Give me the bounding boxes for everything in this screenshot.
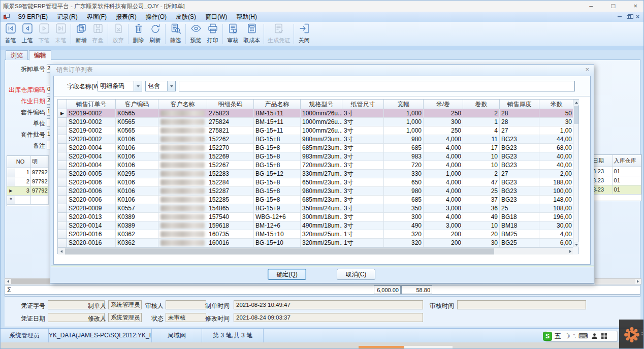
mdi-minimize-icon[interactable] xyxy=(618,16,622,17)
grid-hscrollbar[interactable] xyxy=(58,247,574,255)
column-header-2[interactable]: 客户编码 xyxy=(116,100,158,109)
detail-grid-right-fragment[interactable]: 日期入库仓库8-23018-23018-2301 xyxy=(591,154,642,201)
keyboard-icon[interactable]: ⌨ xyxy=(578,331,588,341)
menu-item-skins[interactable]: 皮肤(S) xyxy=(171,12,201,22)
table-row[interactable]: ▶S2019-0002K0565275823BM-15+111000mm/26u… xyxy=(58,109,578,118)
column-header-0[interactable] xyxy=(58,100,67,109)
menu-item-records[interactable]: 记录(R) xyxy=(52,12,82,22)
close-button[interactable]: × xyxy=(633,1,637,12)
scroll-thumb[interactable] xyxy=(65,248,494,255)
mdi-restore-icon[interactable] xyxy=(627,15,631,19)
ime-mode-wubi[interactable]: 五 xyxy=(555,331,561,341)
chevron-down-icon[interactable] xyxy=(134,81,142,91)
table-row[interactable]: 297792 xyxy=(7,177,49,186)
column-header-8[interactable]: 宽幅 xyxy=(384,100,424,109)
table-row[interactable]: S2020-0016K0362160735BM-15+10320mm/25um.… xyxy=(58,230,578,239)
column-header-7[interactable]: 纸管尺寸 xyxy=(342,100,384,109)
table-row[interactable]: 8-2301 xyxy=(592,176,641,185)
add-icon xyxy=(76,23,87,36)
main-hscrollbar-left[interactable] xyxy=(5,278,50,284)
scroll-right-icon[interactable] xyxy=(635,279,641,284)
column-header-9[interactable]: 米/卷 xyxy=(424,100,463,109)
toolbar-button-prev-record[interactable]: 上笔 xyxy=(19,22,36,45)
menu-item-help[interactable]: 帮助(H) xyxy=(232,12,262,22)
filter-search-input[interactable] xyxy=(179,81,575,91)
table-row[interactable]: S2020-0006K0106152284BG-15+8650mm/23um..… xyxy=(58,178,578,187)
toolbar-button-preview[interactable]: 预览 xyxy=(187,22,204,45)
footer-field-value-2 xyxy=(166,300,206,309)
table-row[interactable]: S2020-0005K0295152283BG-15+12330mm/27um.… xyxy=(58,170,578,178)
table-row[interactable]: S2020-0002K0106152262BG-15+8980mm/23um..… xyxy=(58,135,578,144)
column-header-11[interactable]: 销售厚度 xyxy=(500,100,539,109)
scroll-thumb[interactable] xyxy=(574,106,578,124)
column-header-6[interactable]: 规格型号 xyxy=(301,100,342,109)
table-row[interactable]: S2020-0004K0106152269BG-15+8983mm/23um..… xyxy=(58,152,578,161)
filter-operator-select[interactable]: 包含 xyxy=(145,81,176,91)
maximize-button[interactable]: □ xyxy=(611,1,616,12)
punctuation-icon[interactable]: °, xyxy=(573,331,575,341)
chevron-down-icon[interactable] xyxy=(167,81,175,91)
toolbar-button-audit[interactable]: 审核 xyxy=(224,22,241,45)
dialog-close-icon[interactable]: × xyxy=(585,66,589,74)
table-row[interactable]: ▶397792 xyxy=(7,186,49,196)
table-row[interactable]: 8-2301 xyxy=(592,185,641,195)
moon-icon[interactable]: ☽ xyxy=(564,331,570,341)
recorder-overlay-logo[interactable]: •• xyxy=(619,320,644,349)
toolbar-button-filter[interactable]: 筛选 xyxy=(167,22,184,45)
menu-item-window[interactable]: 窗口(W) xyxy=(201,12,232,22)
person-icon[interactable] xyxy=(591,331,598,341)
column-header-1[interactable]: 销售订单号 xyxy=(67,100,116,109)
table-row[interactable]: 197792 xyxy=(7,168,49,177)
table-row[interactable]: S2020-0016K0362160016BG-15+10320mm/25um.… xyxy=(58,239,578,247)
sum-total-weight: 58.80 xyxy=(401,285,432,294)
toolbar-button-print[interactable]: 打印 xyxy=(204,22,221,45)
toolbar-button-make-voucher: 生成凭证 xyxy=(266,22,292,45)
tab-browse[interactable]: 浏览 xyxy=(6,50,28,60)
table-row[interactable]: S2019-0002K0565275824BM-15+111000mm/26u.… xyxy=(58,118,578,126)
table-row[interactable]: S2020-0009K0557154865BG-15+9350mm/24um..… xyxy=(58,204,578,213)
scroll-left-icon[interactable] xyxy=(58,248,65,255)
toolbar-button-delete[interactable]: 删除 xyxy=(130,22,147,45)
table-row[interactable]: S2020-0013K0389157540WBG-12+6300mm/18um.… xyxy=(58,213,578,221)
scroll-thumb[interactable] xyxy=(11,279,49,284)
scroll-up-icon[interactable] xyxy=(573,100,579,105)
menu-item-reports[interactable]: 报表(R) xyxy=(111,12,141,22)
table-row[interactable]: S2020-0006K0106152287BG-15+8980mm/23um..… xyxy=(58,187,578,196)
table-row[interactable]: S2020-0004K0106152267BG-15+8720mm/23um..… xyxy=(58,161,578,170)
menu-item-app[interactable]: S9 ERP(E) xyxy=(13,12,52,22)
column-header-12[interactable]: 米数 xyxy=(539,100,574,109)
scroll-down-icon[interactable] xyxy=(573,242,579,247)
tab-edit[interactable]: 编辑 xyxy=(29,50,51,60)
toolbar-button-label: 取成本 xyxy=(243,37,260,44)
minimize-button[interactable]: – xyxy=(589,1,593,12)
table-row[interactable]: S2019-0002K0565275821BG-15+111000mm/26u.… xyxy=(58,126,578,135)
ok-button[interactable]: 确定(Q) xyxy=(268,269,306,280)
filter-field-select[interactable]: 明细条码 xyxy=(98,81,142,91)
table-row[interactable]: 8-2301 xyxy=(592,167,641,176)
main-hscrollbar-right[interactable] xyxy=(595,278,641,284)
table-row[interactable]: S2020-0004K0106152270BG-15+8685mm/23um..… xyxy=(58,144,578,152)
cancel-button[interactable]: 取消(C) xyxy=(337,269,375,280)
toolbar-button-first-record[interactable]: 首笔 xyxy=(2,22,19,45)
toolbar-button-close[interactable]: 关闭 xyxy=(296,22,312,45)
column-header-4[interactable]: 明细条码 xyxy=(207,100,254,109)
column-header-10[interactable]: 卷数 xyxy=(463,100,500,109)
view-tabs: 浏览编辑 xyxy=(6,50,52,60)
status-segment-1: YK_DATA(JAMES-PC\SQL2012:YK_DATA) xyxy=(49,329,152,343)
scroll-left-icon[interactable] xyxy=(5,279,11,284)
toolbox-icon[interactable] xyxy=(601,331,607,341)
table-row[interactable]: S2020-0006K0106152285BG-15+8685mm/23um..… xyxy=(58,196,578,204)
ime-logo-icon[interactable]: S xyxy=(543,332,552,340)
mdi-close-icon[interactable]: × xyxy=(636,14,639,19)
menu-item-interface[interactable]: 界面(F) xyxy=(82,12,111,22)
toolbar-button-add[interactable]: 新增 xyxy=(73,22,89,45)
table-row[interactable]: S2020-0014K0389159618BM-12+6490mm/18um..… xyxy=(58,221,578,230)
toolbar-button-refresh[interactable]: 刷新 xyxy=(147,22,164,45)
menu-item-operations[interactable]: 操作(O) xyxy=(141,12,171,22)
toolbar-button-get-cost[interactable]: 取成本 xyxy=(241,22,262,45)
column-header-3[interactable]: 客户名称 xyxy=(158,100,207,109)
grid-vscrollbar[interactable] xyxy=(573,100,578,247)
detail-grid-left-fragment[interactable]: NO明197792297792▶397792* xyxy=(7,155,49,206)
column-header-5[interactable]: 产品名称 xyxy=(254,100,301,109)
gear-play-icon xyxy=(622,325,641,344)
